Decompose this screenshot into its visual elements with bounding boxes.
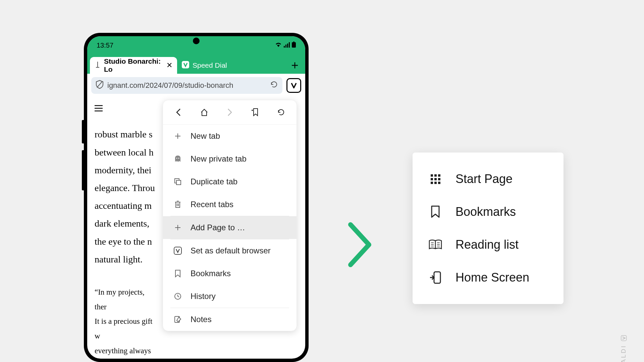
new-tab-button[interactable] — [287, 58, 303, 73]
tab-inactive[interactable]: Speed Dial — [177, 57, 254, 74]
vivaldi-icon — [173, 246, 182, 255]
close-icon[interactable]: ✕ — [166, 61, 172, 70]
submenu-bookmarks[interactable]: Bookmarks — [413, 195, 564, 228]
svg-point-13 — [176, 158, 177, 159]
menu-duplicate-tab-label: Duplicate tab — [191, 177, 237, 186]
menu-set-default[interactable]: Set as default browser — [163, 239, 297, 262]
svg-rect-26 — [431, 182, 433, 184]
menu-history[interactable]: History — [163, 285, 297, 308]
menu-nav-row — [163, 100, 297, 125]
grid-icon — [429, 172, 442, 186]
edit-icon — [173, 315, 182, 324]
menu-bookmarks[interactable]: Bookmarks — [163, 262, 297, 285]
svg-rect-22 — [438, 174, 440, 177]
tab-inactive-title: Speed Dial — [193, 61, 227, 69]
tab-favicon-icon — [95, 61, 101, 69]
svg-rect-27 — [434, 182, 437, 184]
arrow-icon — [345, 218, 376, 273]
article-text-2: “In my projects, therIt is a precious gi… — [95, 285, 158, 359]
forward-icon — [224, 107, 235, 118]
shield-icon[interactable] — [96, 80, 103, 91]
menu-new-private-tab[interactable]: New private tab — [163, 147, 297, 170]
svg-rect-23 — [431, 178, 433, 180]
ghost-icon — [173, 154, 182, 164]
vivaldi-watermark: VIVALDI — [620, 335, 627, 362]
browser-menu: New tab New private tab Duplicate tab Re… — [163, 100, 297, 331]
menu-add-page-to-label: Add Page to … — [191, 223, 245, 232]
menu-notes[interactable]: Notes — [163, 308, 297, 331]
plus-icon — [173, 131, 182, 141]
svg-rect-16 — [176, 180, 181, 185]
watermark-text: VIVALDI — [620, 345, 627, 362]
menu-add-page-to[interactable]: Add Page to … — [163, 216, 297, 239]
vivaldi-favicon-icon — [182, 61, 189, 70]
article-text-1: robust marble sbetween local hmodernity,… — [95, 125, 158, 268]
status-time: 13:57 — [97, 42, 113, 49]
bookmark-icon — [173, 269, 182, 278]
bookmark-add-icon[interactable] — [250, 107, 261, 118]
tab-active-title: Studio Bonarchi: Lo — [104, 57, 163, 73]
menu-duplicate-tab[interactable]: Duplicate tab — [163, 170, 297, 193]
trash-icon — [173, 200, 182, 209]
svg-rect-1 — [285, 45, 286, 48]
add-page-submenu: Start Page Bookmarks Reading list Home S… — [413, 153, 564, 304]
menu-new-tab[interactable]: New tab — [163, 125, 297, 147]
svg-line-9 — [97, 81, 102, 87]
svg-rect-2 — [287, 44, 288, 48]
home-icon[interactable] — [199, 107, 210, 118]
tab-bar: Studio Bonarchi: Lo ✕ Speed Dial — [87, 54, 305, 74]
menu-new-private-tab-label: New private tab — [191, 154, 247, 164]
book-icon — [429, 238, 442, 251]
back-icon[interactable] — [173, 107, 184, 118]
battery-icon — [292, 42, 296, 49]
address-url: ignant.com/2024/07/09/studio-bonarch — [107, 81, 266, 90]
bookmark-outline-icon — [429, 205, 442, 219]
svg-rect-24 — [434, 178, 437, 180]
wifi-icon — [275, 42, 282, 49]
menu-history-label: History — [191, 292, 216, 301]
address-bar[interactable]: ignant.com/2024/07/09/studio-bonarch — [91, 77, 282, 94]
svg-rect-25 — [438, 178, 440, 180]
phone-button-vol — [82, 120, 84, 143]
submenu-start-page-label: Start Page — [455, 172, 513, 186]
svg-rect-5 — [292, 42, 296, 48]
svg-rect-35 — [434, 272, 440, 283]
svg-rect-28 — [438, 182, 440, 184]
signal-icon — [284, 42, 290, 49]
vivaldi-menu-button[interactable] — [286, 78, 301, 93]
submenu-bookmarks-label: Bookmarks — [455, 205, 516, 219]
svg-rect-7 — [96, 67, 99, 68]
svg-rect-4 — [293, 42, 294, 42]
submenu-home-screen[interactable]: Home Screen — [413, 261, 564, 294]
svg-rect-20 — [431, 174, 433, 177]
clock-icon — [173, 292, 182, 301]
reload-icon[interactable] — [270, 81, 278, 90]
svg-rect-0 — [284, 46, 285, 48]
menu-set-default-label: Set as default browser — [191, 246, 271, 255]
submenu-home-screen-label: Home Screen — [455, 270, 529, 285]
svg-rect-6 — [97, 62, 98, 68]
phone-button-vol2 — [82, 150, 84, 190]
menu-bookmarks-label: Bookmarks — [191, 269, 231, 278]
menu-notes-label: Notes — [191, 315, 212, 324]
svg-point-14 — [178, 158, 179, 159]
menu-recent-tabs[interactable]: Recent tabs — [163, 193, 297, 216]
submenu-reading-list-label: Reading list — [455, 238, 519, 252]
plus-icon-2 — [173, 223, 182, 232]
phone-camera-dot — [193, 38, 200, 44]
submenu-start-page[interactable]: Start Page — [413, 163, 564, 195]
svg-rect-21 — [434, 174, 437, 177]
tab-active[interactable]: Studio Bonarchi: Lo ✕ — [90, 57, 177, 74]
menu-new-tab-label: New tab — [191, 131, 220, 141]
reload-menu-icon[interactable] — [276, 107, 286, 118]
svg-rect-3 — [289, 42, 290, 48]
copy-icon — [173, 177, 182, 186]
home-screen-icon — [429, 271, 442, 284]
status-icons — [275, 42, 296, 49]
menu-recent-tabs-label: Recent tabs — [191, 200, 233, 209]
submenu-reading-list[interactable]: Reading list — [413, 228, 564, 261]
address-row: ignant.com/2024/07/09/studio-bonarch — [87, 74, 305, 97]
